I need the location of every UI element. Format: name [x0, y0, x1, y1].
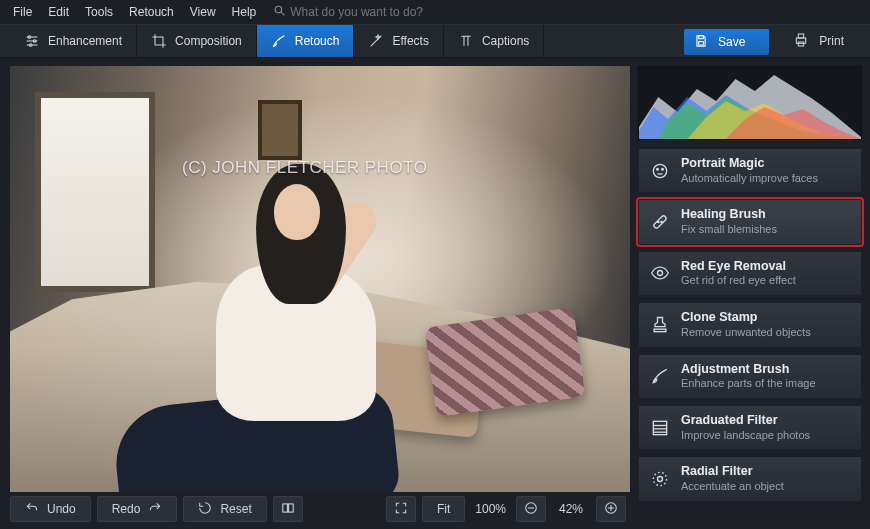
- save-button[interactable]: Save: [684, 29, 769, 55]
- zoom-slider-value: 42%: [552, 502, 590, 516]
- tool-title: Adjustment Brush: [681, 362, 816, 378]
- tab-effects[interactable]: Effects: [353, 25, 442, 57]
- redo-button[interactable]: Redo: [97, 496, 178, 522]
- minus-icon: [524, 501, 538, 518]
- stamp-icon: [649, 314, 671, 336]
- menu-tools[interactable]: Tools: [78, 2, 120, 22]
- zoom-display: 100%: [471, 502, 510, 516]
- plus-icon: [604, 501, 618, 518]
- retouch-tool-list: Portrait Magic Automatically improve fac…: [638, 148, 862, 502]
- search-icon: [273, 4, 286, 20]
- svg-rect-8: [699, 35, 704, 38]
- tool-desc: Enhance parts of the image: [681, 377, 816, 391]
- face-icon: [649, 160, 671, 182]
- print-icon: [793, 32, 809, 51]
- tab-label: Composition: [175, 34, 242, 48]
- tool-healing-brush[interactable]: Healing Brush Fix small blemishes: [638, 199, 862, 244]
- reset-button[interactable]: Reset: [183, 496, 266, 522]
- svg-point-22: [662, 168, 664, 170]
- scene-subject: [146, 136, 396, 466]
- svg-point-0: [275, 6, 282, 13]
- tool-radial-filter[interactable]: Radial Filter Accentuate an object: [638, 456, 862, 501]
- svg-point-24: [658, 221, 659, 222]
- menu-retouch[interactable]: Retouch: [122, 2, 181, 22]
- redo-label: Redo: [112, 502, 141, 516]
- tool-portrait-magic[interactable]: Portrait Magic Automatically improve fac…: [638, 148, 862, 193]
- redo-icon: [148, 501, 162, 518]
- compare-button[interactable]: [273, 496, 303, 522]
- svg-point-32: [658, 476, 663, 481]
- tool-desc: Accentuate an object: [681, 480, 784, 494]
- svg-point-33: [653, 472, 666, 485]
- tab-enhancement[interactable]: Enhancement: [10, 25, 136, 57]
- brush-icon: [649, 365, 671, 387]
- eye-icon: [649, 262, 671, 284]
- print-label: Print: [819, 34, 844, 48]
- svg-rect-13: [282, 503, 287, 511]
- tab-label: Retouch: [295, 34, 340, 48]
- zoom-in-button[interactable]: [596, 496, 626, 522]
- save-label: Save: [718, 35, 745, 49]
- menu-file[interactable]: File: [6, 2, 39, 22]
- reset-icon: [198, 501, 212, 518]
- tool-adjustment-brush[interactable]: Adjustment Brush Enhance parts of the im…: [638, 354, 862, 399]
- tool-title: Radial Filter: [681, 464, 784, 480]
- tab-captions[interactable]: Captions: [443, 25, 544, 57]
- menu-view[interactable]: View: [183, 2, 223, 22]
- wand-icon: [368, 33, 384, 49]
- tool-red-eye[interactable]: Red Eye Removal Get rid of red eye effec…: [638, 251, 862, 296]
- histogram: [638, 66, 862, 140]
- tab-composition[interactable]: Composition: [136, 25, 256, 57]
- undo-label: Undo: [47, 502, 76, 516]
- bottom-bar: Undo Redo Reset Fit 100%: [0, 496, 636, 528]
- scene-window: [35, 92, 155, 292]
- crop-icon: [151, 33, 167, 49]
- right-panel: Portrait Magic Automatically improve fac…: [636, 58, 870, 528]
- svg-rect-9: [699, 41, 704, 45]
- tool-title: Graduated Filter: [681, 413, 810, 429]
- svg-point-25: [661, 221, 662, 222]
- tab-label: Captions: [482, 34, 529, 48]
- compare-icon: [281, 501, 295, 518]
- image-canvas[interactable]: (C) JOHN FLETCHER PHOTO: [10, 66, 630, 492]
- tool-title: Clone Stamp: [681, 310, 811, 326]
- print-button[interactable]: Print: [777, 25, 860, 57]
- tool-graduated-filter[interactable]: Graduated Filter Improve landscape photo…: [638, 405, 862, 450]
- svg-rect-12: [799, 42, 804, 46]
- save-icon: [694, 34, 708, 51]
- fit-label: Fit: [437, 502, 450, 516]
- tool-desc: Get rid of red eye effect: [681, 274, 796, 288]
- tab-label: Enhancement: [48, 34, 122, 48]
- svg-rect-27: [654, 329, 666, 332]
- menu-bar: File Edit Tools Retouch View Help: [0, 0, 870, 24]
- sliders-icon: [24, 33, 40, 49]
- reset-label: Reset: [220, 502, 251, 516]
- tool-clone-stamp[interactable]: Clone Stamp Remove unwanted objects: [638, 302, 862, 347]
- undo-button[interactable]: Undo: [10, 496, 91, 522]
- tool-title: Healing Brush: [681, 207, 777, 223]
- fit-button[interactable]: Fit: [422, 496, 465, 522]
- radial-icon: [649, 468, 671, 490]
- tab-retouch[interactable]: Retouch: [256, 25, 354, 57]
- tool-desc: Automatically improve faces: [681, 172, 818, 186]
- tool-desc: Remove unwanted objects: [681, 326, 811, 340]
- svg-rect-14: [288, 503, 293, 511]
- menu-edit[interactable]: Edit: [41, 2, 76, 22]
- fit-screen-button[interactable]: [386, 496, 416, 522]
- tool-title: Portrait Magic: [681, 156, 818, 172]
- gradient-icon: [649, 417, 671, 439]
- svg-rect-23: [653, 215, 667, 229]
- text-icon: [458, 33, 474, 49]
- tool-title: Red Eye Removal: [681, 259, 796, 275]
- search-field[interactable]: [273, 4, 490, 20]
- main-toolbar: Enhancement Composition Retouch Effects: [0, 24, 870, 58]
- undo-icon: [25, 501, 39, 518]
- search-input[interactable]: [290, 5, 490, 19]
- editor-column: (C) JOHN FLETCHER PHOTO Undo Redo Reset: [0, 58, 636, 528]
- svg-point-26: [658, 271, 663, 276]
- menu-help[interactable]: Help: [225, 2, 264, 22]
- zoom-out-button[interactable]: [516, 496, 546, 522]
- image-watermark: (C) JOHN FLETCHER PHOTO: [182, 158, 427, 178]
- brush-icon: [271, 33, 287, 49]
- bandage-icon: [649, 211, 671, 233]
